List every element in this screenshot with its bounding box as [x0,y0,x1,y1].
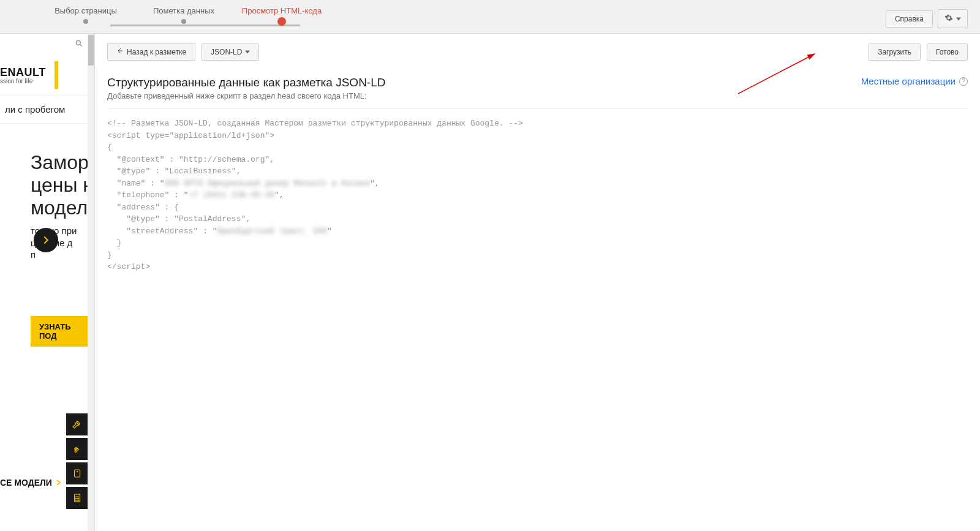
preview-search-row [0,34,94,55]
stepper-bar: Выбор страницы Пометка данных Просмотр H… [0,0,980,34]
chevron-right-icon [56,480,62,486]
download-button-label: Загрузить [878,48,911,56]
chevron-down-icon [245,48,250,56]
main-area: ENAULT ssion for life ли с пробегом Замо… [0,34,980,531]
section-subtitle: Добавьте приведенный ниже скрипт в разде… [107,91,385,100]
step-2[interactable]: Пометка данных [135,6,233,24]
calculator-icon[interactable] [66,487,88,509]
code-block: <!-- Разметка JSON-LD, созданная Мастеро… [107,108,968,282]
help-icon[interactable]: ? [959,77,968,86]
hero-cta-button[interactable]: УЗНАТЬ ПОД [31,316,94,347]
help-button[interactable]: Справка [886,10,933,28]
section-header: Структурированные данные как разметка JS… [107,76,968,108]
brand-name: ENAULT [0,66,46,79]
back-button-label: Назад к разметке [127,48,186,56]
preview-hero: Замор цены н модел только при ци руме д … [0,139,94,359]
step-dot [277,17,286,26]
download-button[interactable]: Загрузить [869,43,921,61]
step-label: Выбор страницы [55,6,117,15]
step-dot [181,19,186,24]
wrench-icon[interactable] [66,413,88,435]
arrow-left-icon [116,47,124,56]
preview-side-icons [66,413,88,511]
back-button[interactable]: Назад к разметке [107,43,195,61]
top-actions: Справка [886,6,968,28]
brand-text-wrap: ENAULT ssion for life [0,66,46,85]
all-models-label: СЕ МОДЕЛИ [0,478,52,488]
format-dropdown[interactable]: JSON-LD [202,43,259,61]
help-button-label: Справка [895,15,924,23]
step-label: Пометка данных [153,6,214,15]
svg-point-9 [75,500,77,501]
local-organizations-link[interactable]: Местные организации [861,76,956,86]
preview-pane: ENAULT ssion for life ли с пробегом Замо… [0,34,95,531]
preview-scrollbar[interactable] [88,34,94,531]
preview-nav-item[interactable]: ли с пробегом [0,95,94,124]
step-label: Просмотр HTML-кода [242,6,322,15]
section-title: Структурированные данные как разметка JS… [107,76,385,89]
all-models-link[interactable]: СЕ МОДЕЛИ [0,478,62,488]
search-icon[interactable] [75,39,83,50]
step-3[interactable]: Просмотр HTML-кода [233,6,331,26]
done-button-label: Готово [936,48,959,56]
stepper-steps: Выбор страницы Пометка данных Просмотр H… [37,6,331,26]
hero-next-arrow[interactable] [34,228,58,252]
chevron-down-icon [956,15,961,23]
svg-point-7 [77,498,78,499]
brand-accent-bar [55,61,58,89]
svg-point-0 [76,40,80,45]
svg-point-8 [78,498,80,499]
done-button[interactable]: Готово [927,43,968,61]
format-label: JSON-LD [211,48,242,56]
hero-title: Замор цены н модел [31,151,94,219]
scroll-thumb[interactable] [88,35,94,66]
step-dot [83,19,88,24]
svg-line-1 [80,45,82,47]
gear-icon [944,13,953,24]
svg-point-11 [78,500,80,501]
section-header-right: Местные организации ? [861,76,968,86]
svg-rect-2 [75,470,80,477]
svg-point-6 [75,498,77,499]
svg-point-10 [77,500,78,501]
step-1[interactable]: Выбор страницы [37,6,135,24]
svg-point-3 [77,471,78,472]
preview-brand: ENAULT ssion for life [0,55,94,95]
section-header-left: Структурированные данные как разметка JS… [107,76,385,100]
content-pane: Назад к разметке JSON-LD Загрузить Готов… [95,34,980,531]
tag-icon[interactable] [66,462,88,484]
hand-icon[interactable] [66,438,88,460]
settings-button[interactable] [938,9,968,28]
content-toolbar: Назад к разметке JSON-LD Загрузить Готов… [107,43,968,61]
